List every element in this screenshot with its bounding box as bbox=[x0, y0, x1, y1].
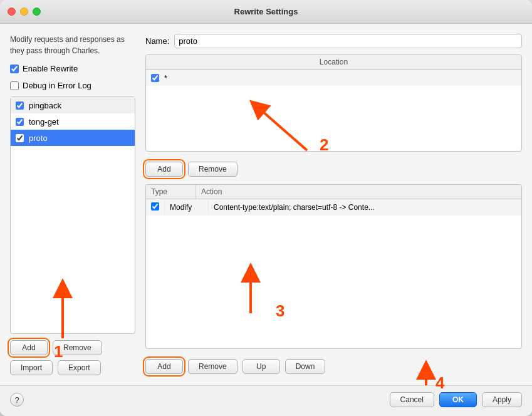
traffic-lights bbox=[8, 8, 41, 16]
location-buttons: Add Remove bbox=[145, 158, 522, 178]
debug-log-checkbox[interactable] bbox=[10, 81, 19, 90]
maximize-button[interactable] bbox=[33, 8, 41, 16]
close-button[interactable] bbox=[8, 8, 16, 16]
location-section: Location * bbox=[145, 55, 522, 152]
rule-row[interactable]: Modify Content-type:text/plain; charset=… bbox=[146, 199, 521, 216]
location-value: * bbox=[164, 73, 167, 83]
location-add-button[interactable]: Add bbox=[145, 162, 183, 177]
location-table: * bbox=[146, 70, 521, 151]
cancel-button[interactable]: Cancel bbox=[390, 392, 434, 407]
minimize-button[interactable] bbox=[20, 8, 28, 16]
list-add-button[interactable]: Add bbox=[10, 340, 48, 355]
location-remove-button[interactable]: Remove bbox=[188, 162, 237, 177]
list-item-checkbox-2[interactable] bbox=[16, 118, 24, 126]
list-item[interactable]: tong-get bbox=[11, 113, 135, 130]
list-item-label-3: proto bbox=[29, 133, 48, 143]
enable-rewrite-checkbox[interactable] bbox=[10, 65, 19, 73]
rule-action: Content-type:text/plain; charset=utf-8 -… bbox=[209, 200, 434, 214]
list-item-label-1: pingback bbox=[29, 101, 61, 110]
rules-list: pingback tong-get proto bbox=[10, 96, 135, 334]
rule-checkbox[interactable] bbox=[151, 202, 159, 211]
rules-section: Type Action Modify Content-type:text/pla… bbox=[145, 184, 522, 349]
apply-button[interactable]: Apply bbox=[482, 392, 522, 407]
rules-up-button[interactable]: Up bbox=[243, 359, 280, 374]
list-item-checkbox-1[interactable] bbox=[16, 101, 24, 110]
location-header: Location bbox=[146, 55, 521, 70]
window-title: Rewrite Settings bbox=[234, 7, 298, 16]
name-row: Name: bbox=[145, 34, 522, 48]
list-item[interactable]: pingback bbox=[11, 97, 135, 113]
list-export-button[interactable]: Export bbox=[58, 360, 101, 375]
title-bar: Rewrite Settings bbox=[0, 0, 532, 24]
right-panel: Name: Location * Add Remove bbox=[145, 34, 522, 375]
col-action: Action bbox=[196, 185, 521, 199]
rule-checkbox-cell bbox=[146, 200, 165, 215]
list-item-checkbox-3[interactable] bbox=[16, 134, 24, 142]
ok-button[interactable]: OK bbox=[439, 392, 477, 407]
location-row[interactable]: * bbox=[146, 70, 521, 86]
rules-remove-button[interactable]: Remove bbox=[188, 359, 237, 374]
list-buttons: Add Remove Import Export bbox=[10, 340, 135, 375]
list-import-button[interactable]: Import bbox=[10, 360, 53, 375]
bottom-buttons: ? Cancel OK Apply bbox=[0, 385, 532, 416]
rules-body: Modify Content-type:text/plain; charset=… bbox=[146, 199, 521, 262]
rules-add-button[interactable]: Add bbox=[145, 359, 183, 374]
enable-rewrite-label: Enable Rewrite bbox=[23, 64, 78, 73]
location-checkbox[interactable] bbox=[151, 74, 159, 82]
rules-down-button[interactable]: Down bbox=[285, 359, 326, 374]
list-item-proto[interactable]: proto bbox=[11, 130, 135, 146]
left-panel: Modify requests and responses as they pa… bbox=[10, 34, 135, 375]
rewrite-settings-window: Rewrite Settings Modify requests and res… bbox=[0, 0, 532, 416]
name-input[interactable] bbox=[174, 34, 522, 48]
list-remove-button[interactable]: Remove bbox=[53, 340, 102, 355]
debug-log-row: Debug in Error Log bbox=[10, 81, 135, 90]
description-text: Modify requests and responses as they pa… bbox=[10, 34, 135, 56]
name-label: Name: bbox=[145, 36, 169, 46]
rule-type: Modify bbox=[165, 200, 209, 214]
col-type: Type bbox=[146, 185, 196, 199]
debug-log-label: Debug in Error Log bbox=[23, 81, 91, 90]
rules-header: Type Action bbox=[146, 185, 521, 199]
rules-buttons: Add Remove Up Down bbox=[145, 355, 522, 375]
main-content: Modify requests and responses as they pa… bbox=[0, 24, 532, 385]
help-button[interactable]: ? bbox=[10, 393, 24, 407]
list-item-label-2: tong-get bbox=[29, 117, 59, 127]
enable-rewrite-row: Enable Rewrite bbox=[10, 64, 135, 73]
